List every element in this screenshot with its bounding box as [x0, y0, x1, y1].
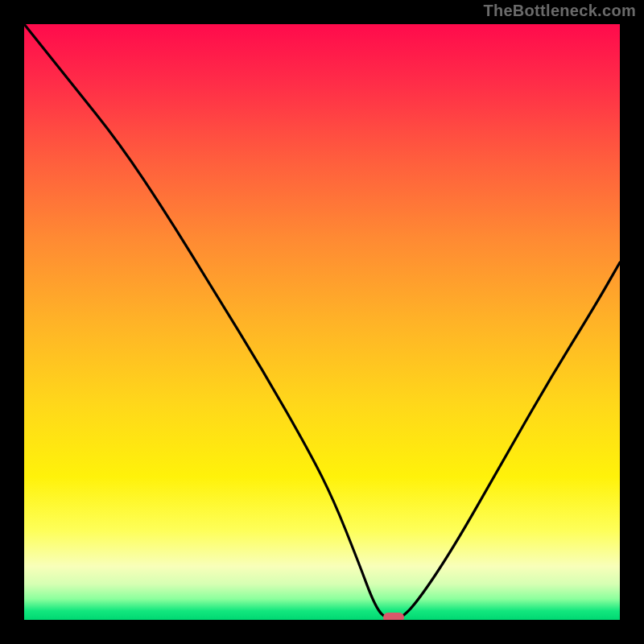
curve-svg — [24, 24, 620, 620]
plot-area — [24, 24, 620, 620]
watermark-text: TheBottleneck.com — [483, 2, 636, 20]
chart-frame: TheBottleneck.com — [0, 0, 644, 644]
optimal-marker — [383, 613, 404, 620]
bottleneck-curve-path — [24, 24, 620, 620]
